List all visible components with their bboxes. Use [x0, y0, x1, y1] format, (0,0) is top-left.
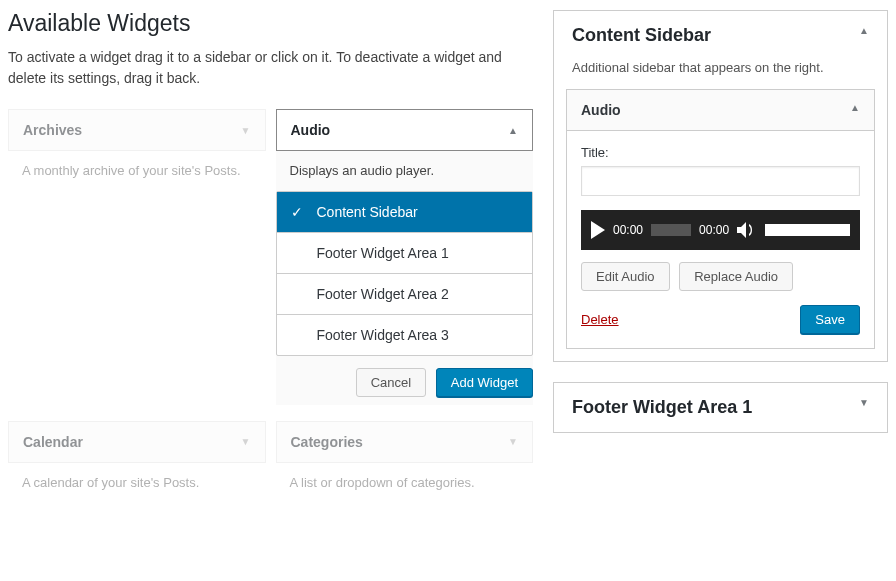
cancel-button[interactable]: Cancel	[356, 368, 426, 397]
chevron-down-icon	[241, 125, 251, 136]
time-total: 00:00	[699, 223, 729, 237]
chevron-up-icon	[859, 25, 869, 36]
chevron-down-icon	[859, 397, 869, 408]
widget-archives-desc: A monthly archive of your site's Posts.	[8, 151, 266, 221]
volume-icon[interactable]	[737, 221, 757, 239]
widget-audio-title: Audio	[291, 122, 331, 138]
widget-calendar[interactable]: Calendar	[8, 421, 266, 463]
widget-archives-title: Archives	[23, 122, 82, 138]
progress-bar[interactable]	[651, 224, 691, 236]
chevron-up-icon	[508, 125, 518, 136]
panel-footer-1-title: Footer Widget Area 1	[572, 397, 752, 418]
check-icon: ✓	[291, 204, 303, 220]
widget-audio[interactable]: Audio Displays an audio player. ✓ Conten…	[276, 109, 534, 405]
add-widget-button[interactable]: Add Widget	[436, 368, 533, 397]
audio-player: 00:00 00:00	[581, 210, 860, 250]
widget-categories-desc: A list or dropdown of categories.	[276, 463, 534, 503]
panel-footer-widget-area-1: Footer Widget Area 1	[553, 382, 888, 433]
panel-content-sidebar-desc: Additional sidebar that appears on the r…	[554, 60, 887, 89]
page-description: To activate a widget drag it to a sideba…	[8, 47, 533, 89]
volume-slider[interactable]	[765, 224, 850, 236]
sidebar-target-footer-2[interactable]: Footer Widget Area 2	[277, 274, 533, 315]
panel-content-sidebar: Content Sidebar Additional sidebar that …	[553, 10, 888, 362]
widget-categories-title: Categories	[291, 434, 363, 450]
widget-calendar-desc: A calendar of your site's Posts.	[8, 463, 266, 503]
page-title: Available Widgets	[8, 10, 533, 37]
delete-link[interactable]: Delete	[581, 312, 619, 327]
widget-archives[interactable]: Archives	[8, 109, 266, 151]
time-current: 00:00	[613, 223, 643, 237]
panel-footer-1-header[interactable]: Footer Widget Area 1	[554, 383, 887, 432]
panel-content-sidebar-title: Content Sidebar	[572, 25, 711, 46]
title-field-label: Title:	[581, 145, 860, 160]
panel-content-sidebar-header[interactable]: Content Sidebar	[554, 11, 887, 60]
sidebar-target-content-sidebar[interactable]: ✓ Content Sidebar	[277, 192, 533, 233]
widget-calendar-title: Calendar	[23, 434, 83, 450]
save-button[interactable]: Save	[800, 305, 860, 334]
chevron-down-icon	[508, 436, 518, 447]
title-input[interactable]	[581, 166, 860, 196]
sidebar-target-footer-1[interactable]: Footer Widget Area 1	[277, 233, 533, 274]
widget-categories[interactable]: Categories	[276, 421, 534, 463]
placed-widget-audio-title: Audio	[581, 102, 621, 118]
chevron-up-icon	[850, 102, 860, 118]
replace-audio-button[interactable]: Replace Audio	[679, 262, 793, 291]
sidebar-target-list: ✓ Content Sidebar Footer Widget Area 1 F…	[276, 191, 534, 356]
edit-audio-button[interactable]: Edit Audio	[581, 262, 670, 291]
widget-audio-desc: Displays an audio player.	[276, 161, 534, 191]
placed-widget-audio-header[interactable]: Audio	[567, 90, 874, 131]
play-icon[interactable]	[591, 221, 605, 239]
chevron-down-icon	[241, 436, 251, 447]
placed-widget-audio: Audio Title: 00:00 00:00	[566, 89, 875, 349]
sidebar-target-footer-3[interactable]: Footer Widget Area 3	[277, 315, 533, 355]
